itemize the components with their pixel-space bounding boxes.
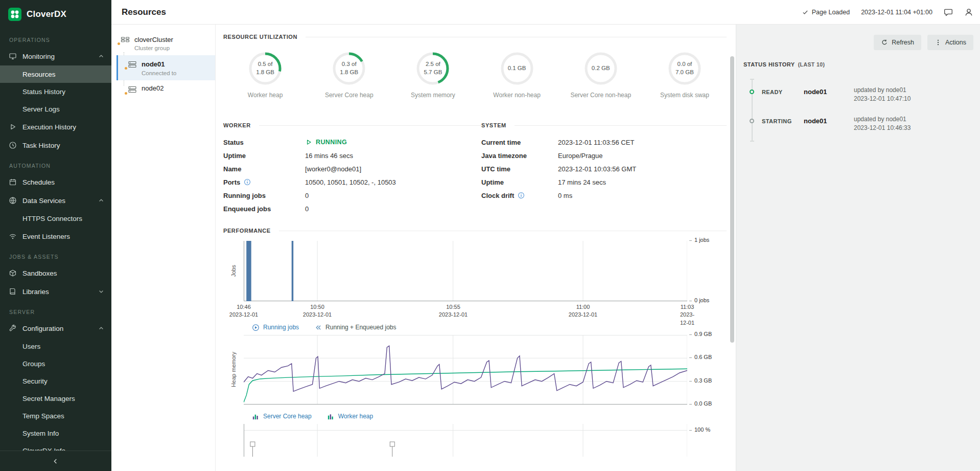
worker-row-uptime: Uptime16 mins 46 secs [223,149,481,162]
section-title-resource-utilization: RESOURCE UTILIZATION [223,34,727,40]
legend-server-core-heap[interactable]: Server Core heap [252,413,312,420]
check-icon [802,9,808,15]
sidebar-item-status-history[interactable]: Status History [0,83,111,100]
section-label-jobs-assets: JOBS & ASSETS [0,254,111,264]
kebab-menu-icon [935,39,942,46]
info-icon[interactable] [518,192,525,199]
gauge: 2.5 of5.7 GB System memory [391,51,475,99]
chevron-up-icon [98,197,104,204]
page-loaded-status: Page Loaded [802,9,850,16]
scrollbar-thumb[interactable] [730,56,734,343]
status-history-subtitle: (LAST 10) [798,61,825,68]
gauge: 0.3 of1.8 GB Server Core heap [307,51,391,99]
status-label: STARTING [762,117,804,124]
timeline-cap [750,79,754,80]
tree-item-node01[interactable]: node01 Connected to [116,55,215,80]
status-entry[interactable]: STARTING node01 updated by node01 2023-1… [750,117,980,133]
row-label: Java timezone [481,152,558,160]
actions-button[interactable]: Actions [927,35,973,50]
jobs-chart-xticks: 10:462023-12-0110:502023-12-0110:552023-… [244,303,687,321]
sidebar-item-groups[interactable]: Groups [0,355,111,372]
sidebar-item-label: Configuration [22,325,63,332]
sidebar-item-execution-history[interactable]: Execution History [0,118,111,136]
sidebar-item-sandboxes[interactable]: Sandboxes [0,264,111,282]
page-loaded-label: Page Loaded [812,9,850,16]
row-label: Clock drift [481,192,558,199]
tree-item-node02[interactable]: node02 [116,80,215,98]
server-timestamp: 2023-12-01 11:04 +01:00 [861,9,932,16]
section-title-system: SYSTEM [481,122,727,128]
y-tick-label: 0.6 GB [689,354,712,360]
tree-children: node01 Connected to node02 [116,55,215,98]
monitor-icon [9,52,17,60]
sidebar-collapse-button[interactable] [0,451,111,471]
refresh-button[interactable]: Refresh [874,35,921,50]
feedback-icon[interactable] [944,8,953,17]
x-tick-label: 10:552023-12-01 [439,303,468,319]
sidebar-item-libraries[interactable]: Libraries [0,282,111,301]
section-title-worker: WORKER [223,122,481,128]
status-updated: updated by node01 2023-12-01 10:47:10 [854,86,911,104]
system-row-clock-drift: Clock drift 0 ms [481,189,727,202]
status-dot [125,67,127,70]
user-icon[interactable] [964,8,973,17]
book-icon [9,287,17,296]
gauge-label: System memory [411,92,455,99]
sidebar-item-configuration[interactable]: Configuration [0,319,111,338]
sidebar-item-data-services[interactable]: Data Services [0,191,111,210]
globe-icon [9,196,17,205]
status-entry[interactable]: READY node01 updated by node01 2023-12-0… [750,88,980,104]
gauge-value: 1.8 GB [256,69,274,77]
sidebar-item-security[interactable]: Security [0,372,111,390]
bar-chart-icon [252,413,260,420]
node-name: node01 [142,60,165,68]
tree-item-cluster[interactable]: cloverCluster Cluster group [111,31,215,55]
performance-section: PERFORMANCE Jobs 1 jobs0 jobs 10:462023-… [223,228,727,457]
gauge-value: 2.5 of [426,60,440,69]
worker-status-value: RUNNING [305,139,347,146]
legend-worker-heap[interactable]: Worker heap [327,413,373,420]
jobs-chart-plot [244,241,687,301]
sidebar-item-event-listeners[interactable]: Event Listeners [0,227,111,245]
gauge-value: 0.1 GB [508,64,526,73]
sidebar-item-temp-spaces[interactable]: Temp Spaces [0,407,111,424]
gauge: 0.0 of7.0 GB System disk swap [643,51,727,99]
sidebar-item-label: Monitoring [22,53,55,60]
chevron-left-icon [52,458,59,465]
gauge: 0.2 GB Server Core non-heap [559,51,643,99]
sidebar-item-label: Execution History [22,123,76,131]
status-ring-icon [750,119,754,123]
calendar-icon [9,178,17,186]
sidebar-item-system-info[interactable]: System Info [0,424,111,442]
row-value: 10500, 10501, 10502, -, 10503 [305,178,396,186]
logo[interactable]: CloverDX [0,0,111,29]
cpu-chart-yticks: 100 % [687,424,726,457]
status-timeline: READY node01 updated by node01 2023-12-0… [750,88,980,133]
legend-running-enqueued-jobs[interactable]: Running + Enqueued jobs [314,324,396,331]
sidebar-item-resources[interactable]: Resources [0,65,111,83]
row-label: Uptime [223,152,305,160]
sidebar-item-secret-managers[interactable]: Secret Managers [0,390,111,407]
sidebar-item-monitoring[interactable]: Monitoring [0,47,111,65]
signal-icon [9,232,17,240]
sidebar-item-server-logs[interactable]: Server Logs [0,100,111,118]
gauge-value: 5.7 GB [424,69,442,77]
row-value: 16 mins 46 secs [305,152,353,160]
info-icon[interactable] [244,178,251,186]
jobs-chart-ylabel: Jobs [230,265,237,277]
sidebar-item-schedules[interactable]: Schedules [0,173,111,191]
sidebar-item-task-history[interactable]: Task History [0,136,111,154]
gauge: 0.5 of1.8 GB Worker heap [223,51,307,99]
row-value: 2023-12-01 11:03:56 CET [558,139,634,146]
gauge-value: 0.3 of [342,60,357,69]
legend-running-jobs[interactable]: Running jobs [252,324,299,331]
sidebar-item-users[interactable]: Users [0,338,111,355]
cpu-chart-plot [244,424,687,457]
section-label-automation: AUTOMATION [0,163,111,173]
main-content: RESOURCE UTILIZATION 0.5 of1.8 GB Worker… [216,25,736,471]
clock-icon [9,141,17,149]
row-label: Status [223,139,305,146]
row-value: 0 [305,192,309,199]
sidebar-item-cloverdx-info[interactable]: CloverDX Info [0,442,111,451]
sidebar-item-https-connectors[interactable]: HTTPS Connectors [0,210,111,227]
